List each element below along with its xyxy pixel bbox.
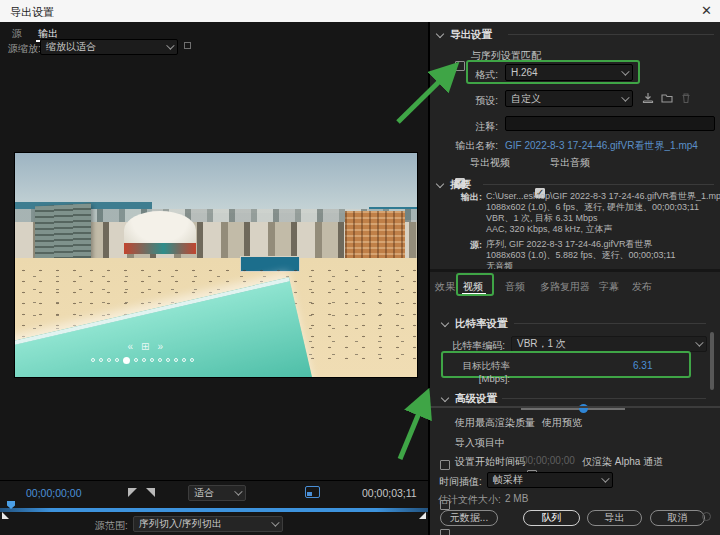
chevron-down-icon	[601, 474, 609, 482]
summary-section-header[interactable]: 摘要	[437, 178, 471, 192]
export-section-header[interactable]: 导出设置	[437, 28, 492, 42]
zoom-level-dropdown[interactable]: 适合	[188, 485, 246, 501]
collapse-chevron-icon	[441, 393, 449, 401]
format-label: 格式:	[472, 68, 498, 82]
section-gap	[430, 269, 720, 272]
tab-source[interactable]: 源	[12, 27, 22, 41]
collapse-chevron-icon	[436, 29, 444, 37]
pager-dot	[150, 358, 154, 362]
time-interpolation-value: 帧采样	[493, 473, 523, 487]
output-name-link[interactable]: GIF 2022-8-3 17-24-46.gifVR看世界_1.mp4	[505, 139, 698, 153]
preset-label: 预设:	[472, 94, 498, 108]
target-bitrate-label: 目标比特率 [Mbps]:	[447, 360, 510, 384]
chevron-down-icon	[695, 338, 703, 346]
summary-output-line: VBR、1 次, 目标 6.31 Mbps	[486, 213, 598, 224]
pager-dot	[182, 358, 186, 362]
header-rule	[508, 34, 714, 35]
preset-dropdown[interactable]: 自定义	[505, 90, 633, 107]
tab-publish[interactable]: 发布	[632, 280, 652, 294]
tab-video[interactable]: 视频	[463, 280, 483, 294]
pager-dot	[166, 358, 170, 362]
import-into-project-label: 导入项目中	[455, 436, 505, 450]
estimated-size-value: 2 MB	[505, 493, 528, 504]
video-preview[interactable]: «⊞»	[14, 152, 418, 378]
advanced-section-header[interactable]: 高级设置	[442, 392, 497, 406]
duration-timecode: 00;00;03;11	[362, 487, 417, 499]
tab-audio[interactable]: 音频	[505, 280, 525, 294]
controls-divider	[0, 480, 428, 481]
bitrate-encoding-dropdown[interactable]: VBR，1 次	[511, 336, 707, 352]
comment-label: 注释:	[472, 120, 498, 134]
scene-orange-building	[345, 211, 405, 260]
export-button[interactable]: 导出	[587, 510, 642, 526]
pager-dot	[115, 358, 119, 362]
mark-out-icon[interactable]	[146, 488, 155, 497]
tab-captions[interactable]: 字幕	[599, 280, 619, 294]
advanced-title: 高级设置	[455, 392, 497, 406]
pager-dot	[134, 358, 138, 362]
timeline-handle-right[interactable]	[419, 512, 426, 519]
output-name-label: 输出名称:	[450, 139, 498, 153]
bitrate-section-header[interactable]: 比特率设置	[442, 317, 508, 331]
resize-grip[interactable]	[702, 512, 711, 521]
queue-button[interactable]: 队列	[523, 510, 580, 526]
fit-screen-icon[interactable]	[305, 486, 320, 498]
summary-output-line: C:\User...esktop\GIF 2022-8-3 17-24-46.g…	[486, 191, 720, 202]
start-timecode-checkbox[interactable]	[440, 529, 450, 535]
scrollbar-thumb[interactable]	[710, 332, 714, 390]
source-range-label: 源范围:	[95, 519, 128, 533]
scale-option-box[interactable]	[184, 42, 191, 49]
format-dropdown[interactable]: H.264	[505, 64, 633, 81]
pager-dot	[91, 358, 95, 362]
comment-input[interactable]	[505, 116, 715, 131]
delete-preset-trash-icon[interactable]	[680, 92, 692, 104]
export-settings-dialog: 导出设置 ✕ 源 输出 源缩放: 缩放以适合 «⊞» 00;00;00;00 适…	[0, 0, 720, 535]
collapse-chevron-icon	[436, 179, 444, 187]
time-interpolation-label: 时间插值:	[439, 475, 482, 489]
import-preset-folder-icon[interactable]	[661, 92, 673, 104]
start-timecode-label: 设置开始时间码	[455, 455, 525, 469]
timeline-scrubber[interactable]	[0, 508, 428, 512]
render-alpha-label: 仅渲染 Alpha 通道	[582, 455, 663, 469]
start-timecode-value: 00;00;00;00	[522, 455, 575, 466]
summary-output-line: AAC, 320 Kbps, 48 kHz, 立体声	[486, 224, 613, 235]
export-audio-label: 导出音频	[550, 156, 590, 170]
max-render-quality-checkbox[interactable]	[440, 460, 450, 470]
current-timecode[interactable]: 00;00;00;00	[26, 487, 81, 499]
zoom-level-value: 适合	[194, 486, 214, 500]
chevron-down-icon	[166, 41, 174, 49]
summary-source-label: 源:	[452, 239, 482, 252]
source-scale-dropdown[interactable]: 缩放以适合	[40, 39, 178, 55]
bitrate-title: 比特率设置	[455, 317, 508, 331]
summary-output-line: 1088x602 (1.0)、6 fps、逐行, 硬件加速、00;00;03;1…	[486, 202, 699, 213]
header-rule	[502, 398, 706, 399]
nav-next-icon: »	[158, 341, 172, 352]
export-section-title: 导出设置	[450, 28, 492, 42]
summary-source-line: 1088x603 (1.0)、5.882 fps、逐行、00;00;03;11	[486, 250, 675, 261]
use-previews-label: 使用预览	[542, 416, 582, 430]
timeline-handle-left[interactable]	[2, 512, 9, 519]
tab-multiplexer[interactable]: 多路复用器	[540, 280, 590, 294]
source-range-dropdown[interactable]: 序列切入/序列切出	[133, 516, 283, 532]
pager-dot	[99, 358, 103, 362]
estimated-size-label: 估计文件大小:	[438, 493, 501, 507]
target-bitrate-slider[interactable]	[521, 408, 625, 410]
format-value: H.264	[511, 67, 538, 78]
preset-value: 自定义	[511, 92, 541, 106]
metadata-button[interactable]: 元数据...	[440, 510, 498, 526]
tab-effects[interactable]: 效果	[435, 280, 455, 294]
chevron-down-icon	[271, 518, 279, 526]
chevron-down-icon	[621, 67, 629, 75]
save-preset-icon[interactable]	[642, 92, 654, 104]
collapse-chevron-icon	[441, 318, 449, 326]
time-interpolation-dropdown[interactable]: 帧采样	[487, 472, 613, 488]
cancel-button[interactable]: 取消	[650, 510, 705, 526]
match-sequence-checkbox[interactable]	[455, 61, 465, 71]
header-rule	[483, 184, 714, 185]
mark-in-icon[interactable]	[128, 488, 137, 497]
header-rule	[514, 323, 706, 324]
close-icon[interactable]: ✕	[701, 3, 712, 18]
chevron-down-icon	[621, 93, 629, 101]
target-bitrate-value[interactable]: 6.31	[633, 360, 652, 371]
scene-tent-base	[124, 243, 196, 254]
